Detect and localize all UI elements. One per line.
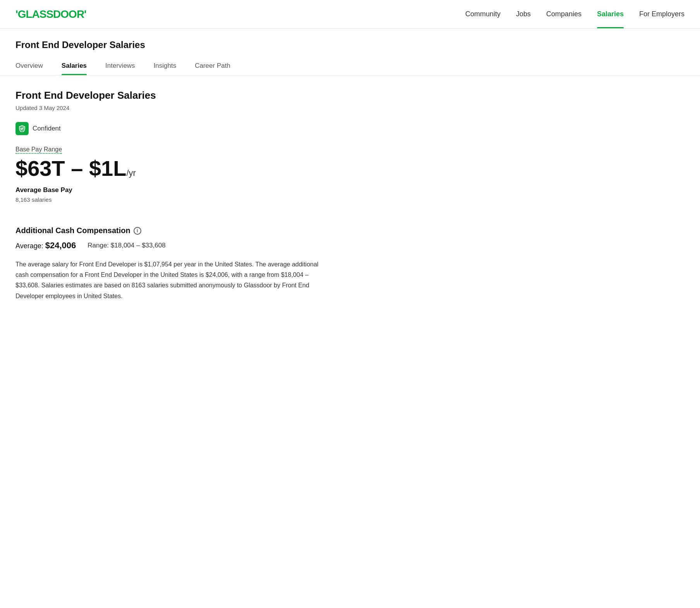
tab-overview[interactable]: Overview — [15, 57, 52, 75]
tab-insights[interactable]: Insights — [144, 57, 186, 75]
avg-value: $24,006 — [45, 240, 76, 250]
salaries-count: 8,163 salaries — [15, 196, 333, 203]
content-title: Front End Developer Salaries — [15, 89, 333, 101]
page-header: Front End Developer Salaries Overview Sa… — [0, 29, 700, 76]
confident-label: Confident — [33, 125, 61, 132]
sub-tabs: Overview Salaries Interviews Insights Ca… — [15, 57, 685, 75]
navbar: 'GLASSDOOR' Community Jobs Companies Sal… — [0, 0, 700, 29]
nav-item-jobs[interactable]: Jobs — [516, 10, 531, 18]
description-text: The average salary for Front End Develop… — [15, 259, 333, 301]
additional-cash-title: Additional Cash Compensation i — [15, 226, 333, 235]
additional-cash-title-text: Additional Cash Compensation — [15, 226, 130, 235]
nav-link-community[interactable]: Community — [465, 10, 501, 18]
nav-link-salaries[interactable]: Salaries — [597, 10, 624, 18]
main-content: Front End Developer Salaries Updated 3 M… — [0, 76, 348, 315]
nav-item-salaries[interactable]: Salaries — [597, 10, 624, 18]
nav-link-jobs[interactable]: Jobs — [516, 10, 531, 18]
base-pay-label: Base Pay Range — [15, 146, 62, 154]
nav-link-for-employers[interactable]: For Employers — [639, 10, 685, 18]
nav-link-companies[interactable]: Companies — [546, 10, 582, 18]
avg-base-pay-title: Average Base Pay — [15, 186, 333, 194]
logo[interactable]: 'GLASSDOOR' — [15, 8, 86, 21]
avg-amount: Average: $24,006 — [15, 240, 76, 251]
additional-cash-section: Additional Cash Compensation i Average: … — [15, 226, 333, 301]
page-title-main: Front End Developer Salaries — [15, 40, 685, 50]
per-yr: /yr — [126, 168, 136, 178]
avg-label: Average: — [15, 242, 43, 250]
cash-comp-row: Average: $24,006 Range: $18,004 – $33,60… — [15, 240, 333, 251]
info-icon[interactable]: i — [134, 227, 141, 235]
pay-range: $63T – $1L/yr — [15, 158, 333, 179]
shield-icon — [15, 122, 29, 135]
tab-salaries[interactable]: Salaries — [52, 57, 96, 75]
tab-career-path[interactable]: Career Path — [185, 57, 240, 75]
confident-badge: Confident — [15, 122, 333, 135]
base-pay-section: Base Pay Range $63T – $1L/yr Average Bas… — [15, 146, 333, 203]
nav-item-companies[interactable]: Companies — [546, 10, 582, 18]
pay-range-value: $63T – $1L — [15, 156, 126, 180]
range-text: Range: $18,004 – $33,608 — [88, 242, 165, 249]
tab-interviews[interactable]: Interviews — [96, 57, 144, 75]
nav-links: Community Jobs Companies Salaries For Em… — [465, 10, 685, 18]
nav-item-community[interactable]: Community — [465, 10, 501, 18]
updated-date: Updated 3 May 2024 — [15, 105, 333, 111]
nav-item-for-employers[interactable]: For Employers — [639, 10, 685, 18]
